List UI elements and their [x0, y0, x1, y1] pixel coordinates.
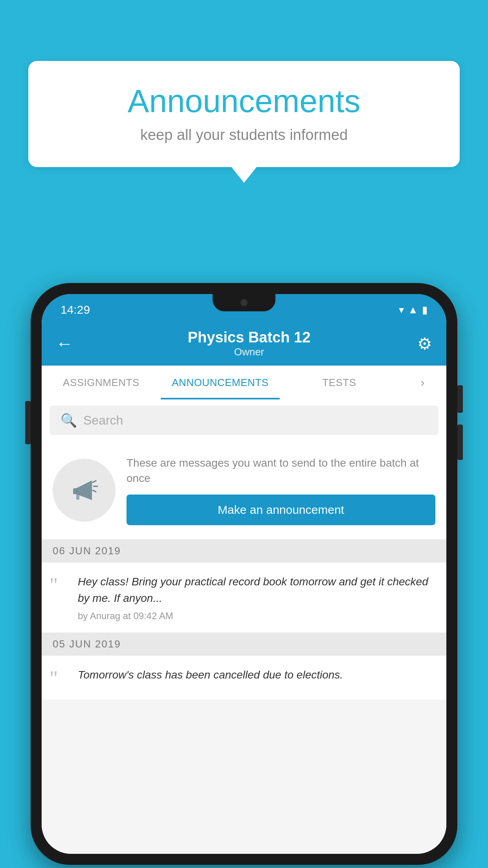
phone-screen: 14:29 ▾ ▲ ▮ ← Physics Batch 12 Owner ⚙: [42, 294, 446, 854]
announcement-item-2[interactable]: " Tomorrow's class has been cancelled du…: [42, 656, 446, 700]
search-bar[interactable]: 🔍 Search: [50, 406, 438, 435]
announcement-meta-1: by Anurag at 09:42 AM: [78, 611, 435, 622]
speech-bubble: Announcements keep all your students inf…: [28, 61, 460, 167]
search-placeholder: Search: [83, 413, 123, 428]
tab-tests[interactable]: TESTS: [280, 366, 399, 399]
phone-wrapper: 14:29 ▾ ▲ ▮ ← Physics Batch 12 Owner ⚙: [31, 283, 457, 868]
search-bar-container: 🔍 Search: [42, 399, 446, 441]
signal-icon: ▲: [408, 304, 418, 316]
svg-rect-1: [73, 488, 77, 494]
settings-icon[interactable]: ⚙: [417, 334, 432, 353]
battery-icon: ▮: [422, 304, 427, 316]
announce-prompt: These are messages you want to send to t…: [42, 441, 446, 539]
date-separator-1: 06 JUN 2019: [42, 539, 446, 563]
tab-bar: ASSIGNMENTS ANNOUNCEMENTS TESTS ›: [42, 366, 446, 399]
announce-description: These are messages you want to send to t…: [127, 455, 435, 486]
bubble-title: Announcements: [52, 83, 436, 120]
volume-up-button[interactable]: [457, 385, 463, 413]
speech-bubble-tail: [231, 167, 257, 183]
back-button[interactable]: ←: [56, 334, 73, 353]
svg-rect-2: [76, 494, 79, 500]
tab-more[interactable]: ›: [399, 366, 446, 399]
announcement-content-1: Hey class! Bring your practical record b…: [78, 574, 435, 622]
quote-icon-1: ": [50, 575, 70, 622]
bubble-subtitle: keep all your students informed: [52, 127, 436, 143]
phone-notch: [213, 294, 275, 311]
status-icons: ▾ ▲ ▮: [399, 304, 427, 316]
wifi-icon: ▾: [399, 304, 404, 316]
svg-line-5: [93, 490, 96, 492]
status-time: 14:29: [61, 303, 90, 316]
date-label-1: 06 JUN 2019: [53, 545, 121, 557]
announcement-text-1: Hey class! Bring your practical record b…: [78, 574, 435, 607]
power-button[interactable]: [25, 401, 31, 444]
date-label-2: 05 JUN 2019: [53, 638, 121, 650]
search-icon: 🔍: [61, 412, 77, 428]
announce-icon-circle: [53, 459, 116, 522]
volume-down-button[interactable]: [457, 425, 463, 460]
date-separator-2: 05 JUN 2019: [42, 633, 446, 656]
announce-right: These are messages you want to send to t…: [127, 455, 435, 525]
tab-announcements[interactable]: ANNOUNCEMENTS: [161, 366, 280, 399]
app-bar-title-group: Physics Batch 12 Owner: [81, 329, 417, 358]
announcement-content-2: Tomorrow's class has been cancelled due …: [78, 667, 435, 689]
content-area: These are messages you want to send to t…: [42, 441, 446, 854]
camera-dot: [240, 299, 248, 306]
app-bar-subtitle: Owner: [81, 346, 417, 358]
speech-bubble-container: Announcements keep all your students inf…: [28, 61, 460, 183]
quote-icon-2: ": [50, 668, 70, 689]
announcement-text-2: Tomorrow's class has been cancelled due …: [78, 667, 435, 683]
app-bar: ← Physics Batch 12 Owner ⚙: [42, 322, 446, 366]
make-announcement-button[interactable]: Make an announcement: [127, 495, 435, 525]
megaphone-icon: [68, 474, 100, 506]
tab-assignments[interactable]: ASSIGNMENTS: [42, 366, 161, 399]
announcement-item-1[interactable]: " Hey class! Bring your practical record…: [42, 563, 446, 633]
phone-frame: 14:29 ▾ ▲ ▮ ← Physics Batch 12 Owner ⚙: [31, 283, 457, 865]
svg-line-3: [93, 481, 96, 482]
app-bar-title: Physics Batch 12: [81, 329, 417, 346]
